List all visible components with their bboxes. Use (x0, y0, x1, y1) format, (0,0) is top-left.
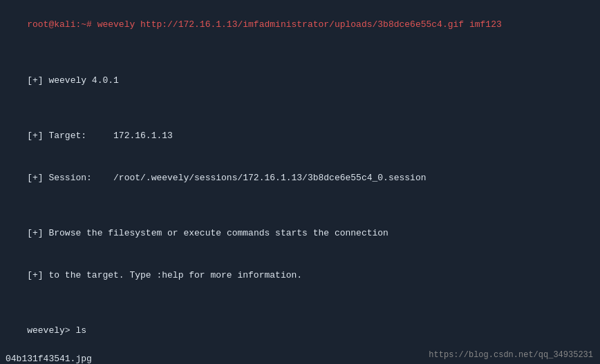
target-text: [+] Target: 172.16.1.13 (27, 131, 173, 141)
browse-text2: [+] to the target. Type :help for more i… (27, 270, 302, 280)
terminal-window: root@kali:~# weevely http://172.16.1.13/… (0, 0, 600, 364)
line-blank3 (6, 199, 594, 213)
line-browse-info1: [+] Browse the filesystem or execute com… (6, 213, 594, 254)
cmd-text: root@kali:~# weevely http://172.16.1.13/… (27, 19, 502, 30)
line-session: [+] Session: /root/.weevely/sessions/172… (6, 157, 594, 199)
line-ls-cmd: weevely> ls (6, 310, 594, 352)
line-blank2 (6, 102, 594, 115)
browse-text1: [+] Browse the filesystem or execute com… (27, 228, 388, 238)
ls-cmd-text: weevely> ls (27, 325, 86, 336)
version-text: [+] weevely 4.0.1 (27, 75, 119, 86)
line-weevely-cmd: root@kali:~# weevely http://172.16.1.13/… (6, 4, 594, 46)
line-target: [+] Target: 172.16.1.13 (6, 115, 594, 157)
line-browse-info2: [+] to the target. Type :help for more i… (6, 255, 594, 296)
line-blank4 (6, 296, 594, 310)
session-text: [+] Session: /root/.weevely/sessions/172… (27, 173, 426, 183)
line-blank1 (6, 46, 594, 59)
line-weevely-version: [+] weevely 4.0.1 (6, 60, 594, 102)
watermark-text: https://blog.csdn.net/qq_34935231 (429, 350, 593, 360)
